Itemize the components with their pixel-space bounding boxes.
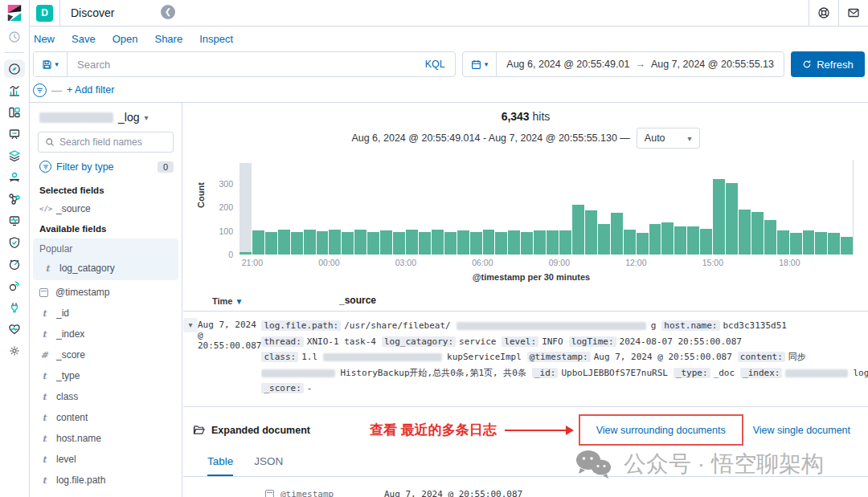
histogram-bar[interactable] [803, 230, 815, 255]
histogram-bar[interactable] [470, 232, 482, 255]
nav-metrics-icon[interactable] [0, 253, 29, 275]
histogram-bar[interactable] [624, 230, 636, 255]
histogram-bar[interactable] [380, 230, 392, 255]
histogram-bar-partial[interactable] [240, 163, 252, 255]
histogram-bar[interactable] [419, 232, 431, 255]
nav-visualize-icon[interactable] [0, 79, 29, 101]
histogram-bar[interactable] [611, 213, 623, 255]
time-range-end[interactable]: Aug 7, 2024 @ 20:55:55.13 [651, 59, 774, 70]
menu-item-new[interactable]: New [34, 33, 55, 45]
histogram-bar[interactable] [637, 233, 649, 255]
field-item-log.file.path[interactable]: tlog.file.path [30, 470, 182, 491]
kql-button[interactable]: KQL [416, 52, 455, 76]
filter-icon[interactable] [33, 84, 47, 97]
recently-viewed-icon[interactable] [0, 26, 29, 47]
menu-item-inspect[interactable]: Inspect [199, 33, 233, 45]
field-item-log_catagory[interactable]: tlog_catagory [33, 258, 178, 279]
view-surrounding-documents-link[interactable]: View surrounding documents [596, 425, 726, 436]
histogram-bar[interactable] [317, 231, 329, 255]
histogram-bar[interactable] [508, 230, 520, 255]
calendar-button[interactable]: ▾ [463, 52, 497, 76]
field-item-_score[interactable]: #_score [30, 344, 182, 365]
nav-apm-icon[interactable] [0, 275, 29, 296]
histogram-bar[interactable] [713, 179, 725, 255]
histogram-bar[interactable] [841, 237, 853, 255]
histogram-bar[interactable] [751, 212, 764, 255]
field-search-input[interactable] [59, 136, 166, 148]
filter-by-type-button[interactable]: Filter by type [56, 161, 114, 173]
histogram-bar[interactable] [483, 230, 495, 255]
field-item-@timestamp[interactable]: @timestamp [30, 282, 182, 303]
nav-discover-icon[interactable] [0, 58, 29, 79]
newsfeed-icon[interactable] [838, 0, 868, 26]
histogram-bar[interactable] [265, 232, 277, 255]
field-item-_id[interactable]: t_id [30, 303, 182, 324]
histogram-bar[interactable] [598, 224, 610, 255]
histogram-bar[interactable] [521, 232, 533, 255]
tab-json[interactable]: JSON [254, 455, 283, 476]
menu-item-open[interactable]: Open [113, 33, 138, 45]
field-item-class[interactable]: tclass [30, 386, 182, 407]
menu-item-save[interactable]: Save [72, 33, 96, 45]
histogram-bar[interactable] [432, 230, 444, 255]
nav-management-icon[interactable] [0, 340, 29, 361]
search-input[interactable] [68, 52, 416, 76]
nav-graph-icon[interactable] [0, 188, 29, 210]
field-item-_type[interactable]: t_type [30, 365, 182, 386]
histogram-bar[interactable] [674, 226, 686, 255]
help-icon[interactable] [809, 0, 838, 26]
time-range-start[interactable]: Aug 6, 2024 @ 20:55:49.01 [506, 59, 629, 70]
kibana-logo[interactable] [0, 0, 29, 26]
nav-dashboard-icon[interactable] [0, 101, 29, 123]
expand-row-button[interactable]: ▾ [183, 318, 198, 332]
histogram-bar[interactable] [329, 230, 341, 255]
histogram-bar[interactable] [559, 230, 571, 255]
document-row[interactable]: ▾ Aug 7, 2024 @ 20:55:00.087 log.file.pa… [183, 312, 868, 401]
tab-table[interactable]: Table [207, 455, 233, 476]
nav-machine-learning-icon[interactable] [0, 166, 29, 188]
histogram-bar[interactable] [661, 222, 674, 255]
sort-desc-icon[interactable]: ▼ [235, 297, 244, 306]
histogram-bar[interactable] [291, 232, 303, 255]
histogram-bar[interactable] [585, 210, 597, 255]
histogram-bar[interactable] [304, 230, 316, 255]
histogram-bar[interactable] [547, 230, 559, 255]
field-item-content[interactable]: tcontent [30, 407, 182, 428]
field-item-_source[interactable]: </>_source [30, 198, 182, 219]
saved-query-button[interactable]: ▾ [34, 52, 68, 76]
nav-siem-icon[interactable] [0, 231, 29, 253]
histogram-bar[interactable] [444, 232, 457, 255]
collapse-sidebar-button[interactable]: ❮ [161, 5, 175, 19]
histogram-bar[interactable] [354, 230, 366, 255]
field-item-host.name[interactable]: thost.name [30, 428, 182, 449]
nav-uptime-icon[interactable] [0, 210, 29, 231]
menu-item-share[interactable]: Share [154, 33, 182, 45]
view-single-document-link[interactable]: View single document [753, 425, 850, 436]
histogram-bar[interactable] [406, 230, 418, 255]
histogram-bar[interactable] [534, 230, 546, 255]
histogram-bar[interactable] [367, 232, 379, 255]
histogram-bar[interactable] [777, 230, 789, 255]
nav-maps-icon[interactable] [0, 145, 29, 166]
histogram-bar[interactable] [252, 230, 264, 255]
histogram-bar[interactable] [649, 224, 661, 255]
nav-monitoring-icon[interactable] [0, 318, 29, 340]
nav-canvas-icon[interactable] [0, 123, 29, 145]
histogram-bar[interactable] [572, 205, 584, 255]
add-filter-button[interactable]: + Add filter [67, 84, 114, 96]
field-item-level[interactable]: tlevel [30, 449, 182, 470]
field-item-_index[interactable]: t_index [30, 324, 182, 344]
index-pattern-selector[interactable]: _log ▾ [30, 108, 182, 130]
histogram-bar[interactable] [790, 233, 802, 255]
histogram-bar[interactable] [764, 220, 776, 255]
histogram-bar[interactable] [815, 232, 827, 255]
histogram-bar[interactable] [687, 226, 699, 255]
time-range[interactable]: Aug 6, 2024 @ 20:55:49.01 → Aug 7, 2024 … [497, 52, 784, 76]
histogram-bar[interactable] [700, 229, 712, 255]
histogram-bar[interactable] [495, 232, 507, 255]
histogram-bar[interactable] [828, 233, 840, 255]
histogram-bar[interactable] [342, 232, 354, 255]
histogram-bar[interactable] [278, 230, 290, 255]
histogram-bar[interactable] [457, 230, 469, 255]
histogram-bar[interactable] [739, 210, 751, 255]
